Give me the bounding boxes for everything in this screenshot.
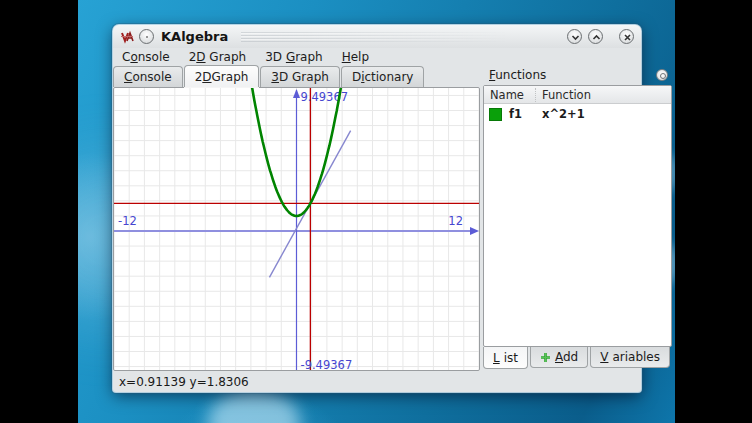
close-icon [622,32,633,43]
window-title: KAlgebra [159,29,230,44]
functions-list-empty-area[interactable] [484,124,671,346]
kalgebra-window: KAlgebra Console 2D Graph [113,25,641,392]
tab-3d-graph[interactable]: 3D Graph [260,66,340,87]
maximize-button[interactable] [588,29,603,44]
menubar: Console 2D Graph 3D Graph Help [113,49,641,65]
tab-add-label: Add [555,350,578,364]
chevron-up-icon [591,32,602,43]
main-tabbar: Console 2D Graph 3D Graph Dictionary [113,65,480,87]
functions-list[interactable]: Name Function f1 x^2+1 [483,85,672,347]
chevron-down-icon [570,32,581,43]
plus-icon [540,352,551,363]
bokeh-circle [208,388,300,423]
tab-dictionary[interactable]: Dictionary [341,66,425,87]
function-expression: x^2+1 [536,107,585,121]
minimize-button[interactable] [567,29,582,44]
window-menu-button[interactable] [139,29,154,44]
axis-label: -9.49367 [301,358,353,371]
titlebar-stripes [241,32,556,42]
tab-list[interactable]: List [483,347,528,369]
functions-dock-header: Functions [483,65,672,85]
menu-console[interactable]: Console [122,50,170,64]
close-button[interactable] [619,29,634,44]
kalgebra-icon [120,30,134,44]
column-header-name[interactable]: Name [484,88,536,102]
y-axis-arrow [293,89,300,98]
statusbar: x=0.91139 y=1.8306 [113,371,641,392]
menu-3d-graph[interactable]: 3D Graph [265,50,323,64]
x-axis-arrow [470,227,479,235]
cursor-coordinates: x=0.91139 y=1.8306 [119,375,249,389]
tab-console[interactable]: Console [113,66,183,87]
plot-svg: -12129.49367-9.49367 [114,88,479,371]
function-row[interactable]: f1 x^2+1 [484,104,671,124]
axis-label: 12 [448,214,463,228]
functions-list-header[interactable]: Name Function [484,86,671,104]
function-color-swatch [489,108,502,121]
titlebar[interactable]: KAlgebra [113,25,641,48]
tab-add[interactable]: Add [530,347,588,368]
dock-float-icon[interactable] [656,69,668,81]
plot-column: Console 2D Graph 3D Graph Dictionary -12… [113,65,480,371]
tab-variables[interactable]: Variables [590,347,670,368]
window-body: Console 2D Graph 3D Graph Dictionary -12… [113,65,641,371]
menu-help[interactable]: Help [342,50,369,64]
graph-2d-view[interactable]: -12129.49367-9.49367 [113,87,480,371]
functions-dock: Functions Name Function f1 x^2+1 [483,65,672,371]
menu-2d-graph[interactable]: 2D Graph [189,50,247,64]
dock-south-tabbar: List Add Variables [483,347,672,371]
desktop-background: KAlgebra Console 2D Graph [78,0,675,423]
tab-2d-graph[interactable]: 2D Graph [184,65,260,87]
function-name: f1 [509,107,536,121]
column-header-function[interactable]: Function [536,88,671,102]
axis-label: -12 [118,214,137,228]
functions-dock-title: Functions [489,68,546,82]
